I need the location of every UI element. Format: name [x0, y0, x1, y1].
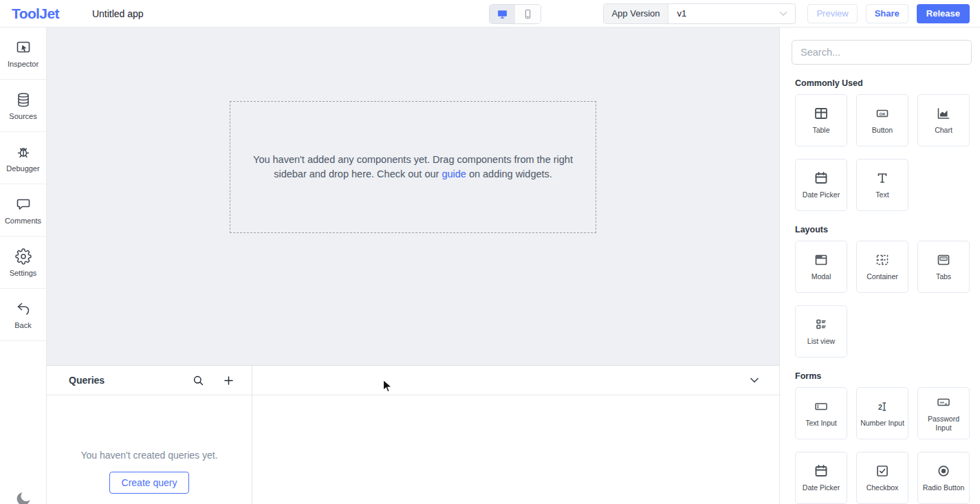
release-button[interactable]: Release [917, 4, 970, 23]
widget-search-input[interactable] [792, 40, 972, 65]
widget-card-table[interactable]: Table [795, 94, 847, 146]
widget-card-text[interactable]: Text [856, 159, 908, 211]
widget-label: Tabs [936, 272, 951, 281]
chevron-down-icon[interactable] [748, 373, 761, 387]
checkbox-icon [874, 463, 891, 479]
create-query-button[interactable]: Create query [109, 472, 190, 494]
left-sidebar: InspectorSourcesDebuggerCommentsSettings… [0, 28, 47, 504]
svg-text:2: 2 [878, 403, 882, 411]
chevron-down-icon [777, 8, 790, 20]
canvas-empty-dropzone[interactable]: You haven't added any components yet. Dr… [230, 101, 596, 233]
text-icon [874, 170, 891, 186]
canvas-empty-message: You haven't added any components yet. Dr… [241, 153, 585, 182]
mobile-layout-button[interactable] [515, 5, 541, 23]
calendar-icon [813, 463, 829, 479]
widget-card-number-input[interactable]: 2Number Input [856, 387, 908, 439]
queries-title: Queries [69, 375, 192, 386]
widget-label: Text [875, 190, 889, 199]
app-version-value: v1 [668, 8, 778, 19]
widget-card-tabs[interactable]: Tabs [917, 241, 970, 293]
modal-icon [813, 252, 829, 268]
share-button[interactable]: Share [866, 4, 908, 23]
widget-label: Table [812, 126, 829, 135]
sidebar-item-inspector[interactable]: Inspector [0, 28, 46, 80]
app-canvas[interactable]: You haven't added any components yet. Dr… [47, 28, 779, 365]
widget-card-password-input[interactable]: **Password Input [917, 387, 970, 439]
widget-label: Chart [935, 126, 952, 135]
top-bar: ToolJet Untitled app App Version v1 Prev… [0, 0, 980, 28]
widget-card-text-input[interactable]: Text Input [795, 387, 847, 439]
sidebar-item-label: Back [14, 321, 31, 329]
widget-label: Modal [812, 272, 831, 281]
widget-card-checkbox[interactable]: Checkbox [856, 452, 908, 504]
app-title[interactable]: Untitled app [92, 8, 144, 19]
topbar-actions: App Version v1 Preview Share Release [603, 3, 980, 24]
queries-empty-message: You haven't created queries yet. [47, 450, 252, 461]
svg-text:**: ** [940, 399, 944, 406]
widget-card-container[interactable]: Container [856, 241, 908, 293]
query-editor-pane [252, 366, 779, 504]
widget-label: Button [872, 126, 893, 135]
back-icon [15, 300, 32, 317]
widget-label: Text Input [805, 419, 837, 428]
sidebar-item-back[interactable]: Back [0, 289, 46, 341]
button-icon: OK [874, 105, 891, 122]
table-icon [813, 105, 829, 122]
widget-label: Password Input [921, 415, 966, 432]
radio-icon [935, 463, 952, 479]
svg-text:OK: OK [880, 112, 886, 116]
sidebar-item-debugger[interactable]: Debugger [0, 132, 46, 184]
sidebar-item-settings[interactable]: Settings [0, 237, 46, 289]
sidebar-item-label: Sources [9, 112, 36, 120]
sidebar-item-comments[interactable]: Comments [0, 184, 46, 237]
desktop-icon [497, 8, 508, 20]
moon-icon[interactable] [14, 490, 32, 504]
sidebar-item-label: Debugger [6, 164, 39, 173]
sources-icon [15, 91, 32, 108]
list-view-icon [813, 316, 829, 333]
settings-icon [15, 248, 32, 265]
sidebar-item-label: Settings [10, 269, 37, 277]
widget-card-date-picker[interactable]: Date Picker [795, 159, 847, 211]
widget-label: Date Picker [803, 190, 840, 199]
widget-label: Date Picker [803, 483, 840, 492]
queries-panel: Queries You haven't created queries yet.… [47, 365, 779, 504]
sidebar-item-label: Inspector [8, 60, 39, 68]
sidebar-item-sources[interactable]: Sources [0, 80, 46, 132]
chart-icon [935, 105, 952, 122]
left-sidebar-items: InspectorSourcesDebuggerCommentsSettings… [0, 28, 46, 341]
widget-card-list-view[interactable]: List view [795, 305, 847, 358]
guide-link[interactable]: guide [442, 168, 466, 179]
app-version-select[interactable]: App Version v1 [603, 3, 796, 24]
widget-card-radio-button[interactable]: Radio Button [917, 452, 970, 504]
tooljet-logo[interactable]: ToolJet [0, 6, 59, 22]
widget-label: Container [867, 272, 898, 281]
search-icon[interactable] [192, 374, 205, 387]
desktop-layout-button[interactable] [490, 5, 515, 23]
mobile-icon [522, 8, 534, 20]
widget-label: Radio Button [923, 483, 965, 492]
widget-section-title-layouts: Layouts [795, 225, 972, 234]
query-editor-header [252, 366, 779, 395]
queries-list-pane: Queries You haven't created queries yet.… [47, 366, 252, 504]
widget-card-chart[interactable]: Chart [917, 94, 970, 146]
widget-card-button[interactable]: OKButton [856, 94, 908, 146]
empty-message-after: on adding widgets. [466, 168, 552, 179]
number-input-icon: 2 [874, 398, 891, 415]
preview-button[interactable]: Preview [807, 4, 857, 23]
container-icon [874, 252, 891, 268]
sidebar-item-label: Comments [5, 217, 41, 225]
widget-grid-commonly-used: TableOKButtonChartDate PickerText [795, 94, 972, 211]
widget-label: List view [807, 337, 835, 346]
widget-label: Number Input [860, 419, 904, 428]
widget-card-modal[interactable]: Modal [795, 241, 847, 293]
inspector-icon [15, 39, 32, 56]
widget-card-date-picker[interactable]: Date Picker [795, 452, 847, 504]
widgets-sidebar: Commonly UsedTableOKButtonChartDate Pick… [779, 28, 980, 504]
device-layout-toggle [489, 4, 541, 24]
widget-section-title-forms: Forms [795, 371, 972, 381]
widget-grid-forms: Text Input2Number Input**Password InputD… [795, 387, 972, 504]
center-column: You haven't added any components yet. Dr… [47, 28, 779, 504]
plus-icon[interactable] [222, 374, 235, 387]
calendar-icon [813, 170, 829, 186]
